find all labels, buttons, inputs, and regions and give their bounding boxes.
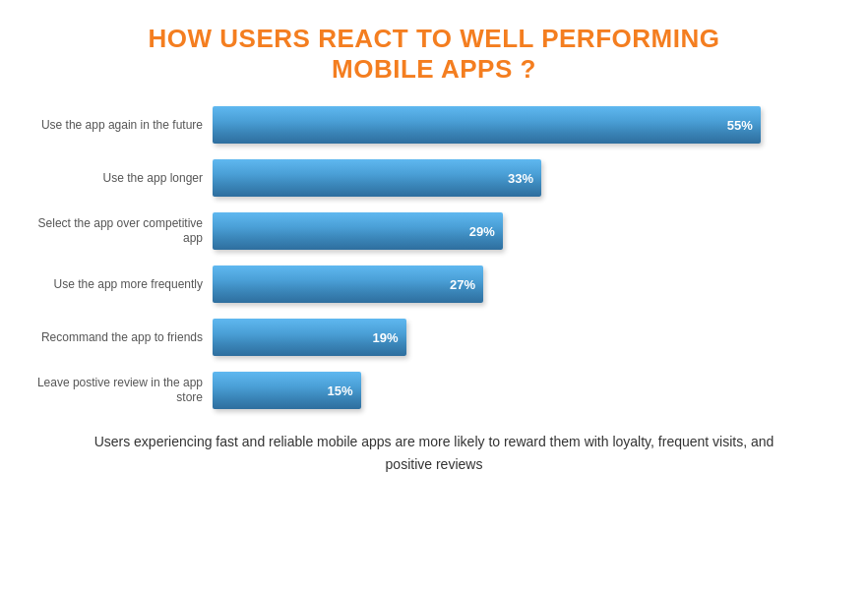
footer-text: Users experiencing fast and reliable mob… <box>90 431 778 475</box>
bar-fill: 55% <box>213 106 761 144</box>
chart-title: HOW USERS REACT TO WELL PERFORMING MOBIL… <box>149 24 720 85</box>
bar-chart: Use the app again in the future55%Use th… <box>11 102 857 413</box>
bar-row: Use the app again in the future55% <box>21 102 857 148</box>
bar-label: Use the app more frequently <box>21 277 213 293</box>
bar-value-label: 29% <box>469 224 495 239</box>
bar-label: Leave postive review in the app store <box>21 376 213 406</box>
bar-row: Use the app more frequently27% <box>21 262 857 307</box>
bar-label: Use the app longer <box>21 171 213 187</box>
bar-wrapper: 19% <box>213 319 857 356</box>
bar-row: Recommand the app to friends19% <box>21 315 857 360</box>
bar-wrapper: 15% <box>213 372 857 409</box>
bar-row: Select the app over competitive app29% <box>21 208 857 254</box>
bar-value-label: 33% <box>508 171 533 186</box>
bar-value-label: 15% <box>328 384 353 398</box>
bar-wrapper: 29% <box>213 212 857 250</box>
bar-label: Use the app again in the future <box>21 118 213 134</box>
bar-label: Recommand the app to friends <box>21 330 213 346</box>
bar-fill: 33% <box>213 159 541 197</box>
bar-fill: 19% <box>213 319 406 356</box>
title-line1: HOW USERS REACT TO WELL PERFORMING <box>149 24 720 54</box>
bar-wrapper: 55% <box>213 106 857 144</box>
bar-wrapper: 33% <box>213 159 857 197</box>
bar-fill: 27% <box>213 266 483 303</box>
bar-value-label: 55% <box>727 118 753 133</box>
bar-value-label: 27% <box>450 277 475 292</box>
bar-value-label: 19% <box>372 330 398 345</box>
bar-fill: 29% <box>213 212 503 250</box>
title-line2: MOBILE APPS ? <box>149 54 720 85</box>
bar-row: Use the app longer33% <box>21 155 857 201</box>
bar-fill: 15% <box>213 372 361 409</box>
bar-label: Select the app over competitive app <box>21 216 213 247</box>
bar-row: Leave postive review in the app store15% <box>21 368 857 413</box>
bar-wrapper: 27% <box>213 266 857 303</box>
